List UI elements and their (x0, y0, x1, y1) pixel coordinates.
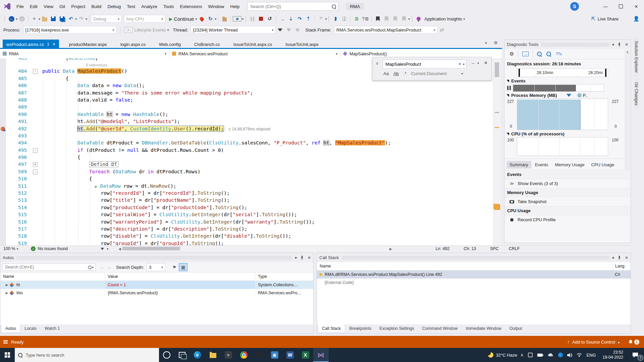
filter-disabled-icon[interactable] (286, 28, 291, 32)
maximize-button[interactable] (613, 0, 629, 13)
side-tab-solution-explorer[interactable]: Solution Explorer (634, 38, 639, 76)
callstack-row[interactable]: RMA.dll!RMA.Services.wsProduct.MapSalesP… (317, 270, 631, 279)
window-position-dropdown[interactable]: ▾ (612, 42, 614, 47)
diag-tab-summary[interactable]: Summary (506, 161, 531, 169)
panel-tab-locals[interactable]: Locals (20, 324, 41, 333)
expander-icon[interactable]: ▶ (6, 291, 8, 295)
application-insights-dropdown[interactable]: ▾ (463, 17, 465, 21)
step-over-icon[interactable]: ⇣ (287, 14, 295, 23)
step-out-icon[interactable]: ⇡ (304, 14, 312, 23)
breakpoint-margin[interactable] (0, 82, 6, 89)
excel-icon[interactable]: X (298, 348, 313, 362)
chevron-down-icon[interactable]: ▾ (336, 52, 337, 56)
close-icon[interactable]: ✕ (625, 42, 628, 47)
code-line[interactable]: 486 Data data = new Data(); (0, 82, 493, 89)
chevron-down-icon[interactable]: ▾ (165, 52, 166, 56)
fold-margin[interactable] (30, 204, 42, 211)
memory-chart[interactable] (517, 99, 608, 130)
toolbar-grip[interactable] (4, 16, 6, 22)
code-line[interactable]: 492 ht.Add("@userId", CustomIdentity.Use… (0, 125, 493, 132)
reset-view-icon[interactable]: ⁇ıı (556, 52, 562, 56)
new-item-icon[interactable]: ✦ (30, 14, 38, 23)
tab-login.aspx.cs[interactable]: login.aspx.cs (117, 40, 149, 49)
background-tasks-icon[interactable] (3, 340, 8, 344)
minimize-button[interactable]: — (598, 0, 613, 13)
autos-titlebar[interactable]: Autos ▾ ✕ (0, 253, 313, 262)
fold-margin[interactable] (30, 111, 42, 118)
tray-chevron-icon[interactable]: ∧ (521, 353, 524, 357)
autos-search-box[interactable]: ▾ (2, 263, 96, 271)
source-control-caret[interactable]: ▴ (618, 340, 620, 344)
flag-icon[interactable]: ⚑ (170, 263, 179, 271)
fold-margin[interactable] (30, 82, 42, 89)
fold-margin[interactable] (30, 219, 42, 226)
scroll-up-chevron-icon[interactable]: ∧ (625, 49, 630, 54)
autos-row[interactable]: ▶htCount = 1System.Collections.... (0, 281, 313, 289)
hot-reload-icon[interactable] (198, 14, 206, 23)
column-header-name[interactable]: Name (0, 273, 105, 281)
undo-dropdown[interactable]: ▾ (75, 17, 77, 21)
scrollbar-thumb[interactable] (495, 62, 499, 77)
find-scope-caret[interactable]: ▾ (461, 72, 463, 75)
match-case-toggle[interactable]: Aa (383, 71, 389, 76)
breakpoint-margin[interactable] (0, 154, 6, 161)
breakpoint-margin[interactable] (0, 75, 6, 82)
breakpoint-margin[interactable] (0, 190, 6, 197)
pin-icon[interactable] (618, 42, 622, 47)
expand-icon[interactable]: + (33, 162, 38, 167)
code-line[interactable]: 512 row["recordId"] = dr["recordId"].ToS… (0, 190, 493, 197)
breakpoint-margin[interactable] (0, 125, 6, 132)
panel-tab-command-window[interactable]: Command Window (418, 324, 462, 333)
autos-search-input[interactable] (4, 264, 88, 270)
pin-icon[interactable] (300, 255, 304, 260)
live-share-icon[interactable]: ⇱ (589, 14, 597, 23)
add-to-source-control-button[interactable]: Add to Source Control (572, 340, 615, 345)
breadcrumb-segment[interactable]: RMA.Services.wsProduct▾ (169, 49, 340, 58)
map-mode-icon[interactable]: ⇄ (438, 25, 446, 34)
code-line[interactable]: 497+ Defind DT (0, 161, 493, 168)
sync-icon[interactable] (558, 353, 563, 357)
menu-project[interactable]: Project (68, 4, 88, 9)
toolbar-grip[interactable] (328, 16, 330, 22)
fold-margin[interactable] (30, 58, 42, 62)
save-icon[interactable] (49, 14, 57, 23)
menu-debug[interactable]: Debug (104, 4, 124, 9)
breakpoint-margin[interactable] (0, 118, 6, 125)
zoom-in-icon[interactable]: + (537, 52, 542, 56)
tab-ClsBranch.cs[interactable]: ClsBranch.cs (191, 40, 224, 49)
collapsed-region[interactable]: Defind DT (89, 161, 119, 167)
tab-productMaster.aspx[interactable]: productMaster.aspx (65, 40, 110, 49)
code-line[interactable]: 518 row["disable"] = ClsUtility.GetInteg… (0, 233, 493, 240)
navigate-forward-icon[interactable]: → (18, 14, 26, 23)
undo-icon[interactable]: ↶ (67, 14, 75, 23)
collapse-icon[interactable]: - (33, 148, 38, 153)
language-indicator[interactable]: ENG (586, 353, 596, 358)
fold-margin[interactable] (30, 211, 42, 218)
format-code-dropdown[interactable]: ▾ (325, 17, 327, 21)
stop-debugging-icon[interactable] (257, 14, 265, 23)
callstack-row[interactable]: [External Code] (317, 279, 631, 287)
close-tab-icon[interactable]: ✕ (52, 42, 55, 47)
code-line[interactable]: 519 row["groupId"] = dr["groupId"].ToStr… (0, 240, 493, 245)
terminal-icon[interactable]: > (221, 348, 236, 362)
tab-IssueToUnit.aspx[interactable]: IssueToUnit.aspx (282, 40, 322, 49)
quick-search[interactable] (247, 2, 338, 11)
fold-margin[interactable] (30, 197, 42, 204)
step-into-icon[interactable]: → (278, 14, 286, 23)
collapse-icon[interactable]: - (33, 170, 38, 174)
fold-margin[interactable]: - (30, 168, 42, 175)
panel-tab-autos[interactable]: Autos (1, 324, 20, 333)
fold-margin[interactable]: - (30, 68, 42, 75)
weather-label[interactable]: 32°C Haze (496, 353, 517, 358)
lifecycle-events-button[interactable]: Lifecycle Events (135, 27, 166, 33)
panel-tab-call-stack[interactable]: Call Stack (318, 324, 345, 333)
taskview-icon[interactable] (174, 348, 190, 362)
restart-debugging-icon[interactable]: ↺ (266, 14, 274, 23)
breakpoint-margin[interactable] (0, 58, 6, 62)
menu-help[interactable]: Help (227, 4, 243, 9)
events-section-header[interactable]: Events (504, 77, 631, 84)
code-line[interactable]: 489 (0, 104, 493, 111)
tab-Web.config[interactable]: Web.config (155, 40, 184, 49)
frame-name-cell[interactable]: RMA.dll!RMA.Services.wsProduct.MapSalesP… (317, 270, 612, 279)
breadcrumb-segment[interactable]: RMA▾ (0, 49, 169, 58)
